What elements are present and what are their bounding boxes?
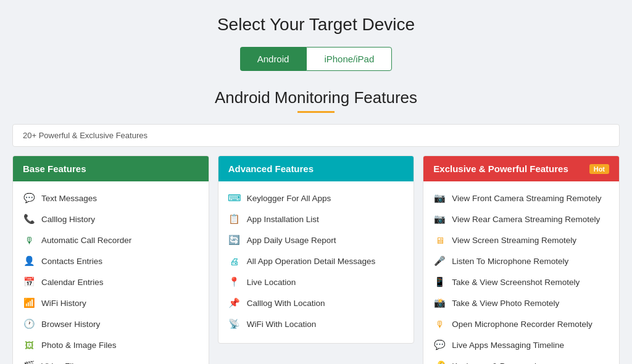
feature-label: Automatic Call Recorder — [41, 236, 131, 245]
list-item: 📍 Live Location — [218, 271, 414, 292]
feature-label: Live Apps Messaging Timeline — [452, 341, 564, 350]
feature-label: All App Operation Detail Messages — [247, 257, 376, 266]
column-base-header: Base Features — [13, 156, 209, 181]
feature-icon: 📋 — [228, 213, 241, 225]
list-item: 📅 Calendar Entries — [13, 271, 209, 292]
list-item: 🔄 App Daily Usage Report — [218, 230, 414, 250]
base-feature-list: 💬 Text Messages 📞 Calllog History 🎙 Auto… — [13, 181, 209, 364]
list-item: 📱 Take & View Screenshot Remotely — [423, 271, 619, 292]
tab-android[interactable]: Android — [240, 47, 307, 71]
feature-icon: 🕐 — [23, 318, 35, 330]
list-item: 🖨 All App Operation Detail Messages — [218, 250, 414, 271]
feature-icon: 🖼 — [23, 339, 35, 351]
feature-icon: 📷 — [433, 213, 446, 225]
feature-label: App Installation List — [247, 215, 319, 224]
feature-label: Take & View Screenshot Remotely — [452, 278, 580, 287]
column-exclusive: Exclusive & Powerful Features Hot 📷 View… — [423, 155, 620, 364]
feature-icon: 💬 — [23, 192, 35, 204]
list-item: 📶 WiFi History — [13, 292, 209, 313]
list-item: ⌨ Keylogger For All Apps — [218, 188, 414, 209]
list-item: 🎤 Listen To Microphone Remotely — [423, 250, 619, 271]
list-item: 📋 App Installation List — [218, 209, 414, 230]
feature-icon: 📡 — [228, 318, 241, 330]
feature-label: View Rear Camera Streaming Remotely — [452, 215, 600, 224]
tab-iphone[interactable]: iPhone/iPad — [306, 47, 392, 71]
list-item: 💬 Live Apps Messaging Timeline — [423, 334, 619, 355]
feature-label: Open Microphone Recorder Remotely — [452, 320, 592, 329]
page-title: Select Your Target Device — [12, 15, 620, 35]
feature-label: Calllog History — [41, 215, 95, 224]
feature-label: Take & View Photo Remotely — [452, 299, 559, 308]
feature-icon: 📶 — [23, 297, 35, 309]
list-item: 📡 WiFi With Location — [218, 313, 414, 334]
feature-label: Contacts Entries — [41, 257, 102, 266]
feature-label: Listen To Microphone Remotely — [452, 257, 568, 266]
list-item: 📌 Calllog With Location — [218, 292, 414, 313]
advanced-feature-list: ⌨ Keylogger For All Apps 📋 App Installat… — [218, 181, 414, 343]
list-item: 🎙 Automatic Call Recorder — [13, 230, 209, 250]
column-base: Base Features 💬 Text Messages 📞 Calllog … — [12, 155, 209, 364]
feature-icon: 💬 — [433, 339, 446, 351]
feature-label: View Front Camera Streaming Remotely — [452, 194, 601, 203]
list-item: 👤 Contacts Entries — [13, 250, 209, 271]
feature-icon: 🔑 — [433, 360, 446, 364]
feature-icon: 📷 — [433, 192, 446, 204]
feature-icon: 📌 — [228, 297, 241, 309]
column-advanced: Advanced Features ⌨ Keylogger For All Ap… — [218, 155, 415, 344]
feature-label: App Daily Usage Report — [247, 236, 336, 245]
feature-icon: 📅 — [23, 276, 35, 288]
feature-label: Calllog With Location — [247, 299, 325, 308]
feature-icon: 🔄 — [228, 234, 241, 246]
section-underline — [297, 111, 335, 113]
feature-label: Photo & Image Files — [41, 341, 117, 350]
feature-label: Browser History — [41, 320, 100, 329]
feature-label: View Screen Streaming Remotely — [452, 236, 576, 245]
feature-label: Text Messages — [41, 194, 97, 203]
list-item: 🎬 Video Files — [13, 355, 209, 364]
exclusive-feature-list: 📷 View Front Camera Streaming Remotely 📷… — [423, 181, 619, 364]
list-item: 💬 Text Messages — [13, 188, 209, 209]
feature-icon: 📞 — [23, 213, 35, 225]
list-item: 📷 View Front Camera Streaming Remotely — [423, 188, 619, 209]
list-item: 🕐 Browser History — [13, 313, 209, 334]
feature-icon: 🖨 — [228, 255, 241, 267]
feature-label: Live Location — [247, 278, 296, 287]
list-item: 📞 Calllog History — [13, 209, 209, 230]
feature-label: WiFi History — [41, 299, 86, 308]
feature-icon: 🎬 — [23, 360, 35, 364]
section-title: Android Monitoring Features — [12, 88, 620, 107]
feature-label: Video Files — [41, 362, 83, 365]
list-item: 🔑 Keylogger & Password — [423, 355, 619, 364]
feature-icon: 📍 — [228, 276, 241, 288]
list-item: 📸 Take & View Photo Remotely — [423, 292, 619, 313]
list-item: 🖥 View Screen Streaming Remotely — [423, 230, 619, 250]
features-subtitle: 20+ Powerful & Exclusive Features — [12, 124, 620, 147]
feature-label: Keylogger For All Apps — [247, 194, 331, 203]
feature-icon: ⌨ — [228, 192, 241, 204]
column-exclusive-header: Exclusive & Powerful Features Hot — [423, 156, 619, 181]
feature-icon: 🖥 — [433, 234, 446, 246]
feature-icon: 📱 — [433, 276, 446, 288]
tab-row: Android iPhone/iPad — [12, 47, 620, 71]
feature-label: Calendar Entries — [41, 278, 104, 287]
column-advanced-header: Advanced Features — [218, 156, 414, 181]
feature-icon: 🎙 — [23, 234, 35, 246]
feature-icon: 📸 — [433, 297, 446, 309]
feature-icon: 👤 — [23, 255, 35, 267]
list-item: 🖼 Photo & Image Files — [13, 334, 209, 355]
list-item: 📷 View Rear Camera Streaming Remotely — [423, 209, 619, 230]
feature-icon: 🎤 — [433, 255, 446, 267]
list-item: 🎙 Open Microphone Recorder Remotely — [423, 313, 619, 334]
hot-badge: Hot — [589, 164, 609, 174]
feature-label: WiFi With Location — [247, 320, 317, 329]
feature-icon: 🎙 — [433, 318, 446, 330]
feature-label: Keylogger & Password — [452, 362, 536, 365]
columns-row: Base Features 💬 Text Messages 📞 Calllog … — [12, 155, 620, 364]
